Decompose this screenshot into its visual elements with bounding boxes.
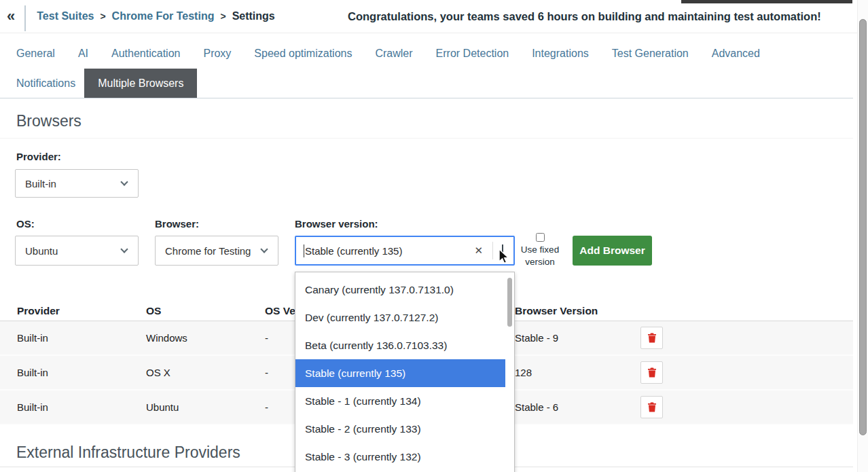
provider-label: Provider: [16, 151, 61, 162]
tab-general[interactable]: General [16, 48, 55, 60]
browser-version-dropdown: Canary (currently 137.0.7131.0) Dev (cur… [295, 272, 515, 472]
settings-tab-bar: General AI Authentication Proxy Speed op… [0, 33, 853, 98]
top-bar: « Test Suites > Chrome For Testing > Set… [0, 0, 857, 33]
mouse-cursor [498, 249, 512, 264]
breadcrumb-test-suites[interactable]: Test Suites [37, 10, 94, 22]
savings-banner: Congratulations, your teams saved 6 hour… [348, 10, 821, 23]
tab-speed-optimizations[interactable]: Speed optimizations [254, 48, 352, 60]
tab-integrations[interactable]: Integrations [532, 48, 589, 60]
cell-os: Ubuntu [146, 401, 265, 413]
os-select-value: Ubuntu [16, 245, 122, 257]
tab-proxy[interactable]: Proxy [203, 48, 231, 60]
tab-advanced[interactable]: Advanced [712, 48, 760, 60]
trash-icon [647, 367, 657, 378]
browser-version-input[interactable]: Stable (currently 135) [296, 244, 465, 257]
delete-browser-button[interactable] [640, 327, 663, 349]
clear-icon[interactable]: ✕ [465, 244, 492, 257]
browser-version-label: Browser version: [295, 218, 378, 230]
breadcrumb-separator: > [100, 11, 105, 22]
browser-label: Browser: [155, 218, 199, 230]
cell-browser-version: Stable - 9 [515, 332, 640, 344]
tab-multiple-browsers[interactable]: Multiple Browsers [84, 69, 197, 98]
breadcrumb-separator: > [220, 11, 225, 22]
use-fixed-version-checkbox[interactable] [536, 233, 545, 242]
tab-error-detection[interactable]: Error Detection [436, 48, 509, 60]
column-header-provider: Provider [17, 305, 146, 317]
breadcrumb-settings: Settings [232, 10, 275, 22]
chevron-down-icon [260, 245, 268, 253]
chevron-down-icon [120, 245, 128, 253]
cell-browser-version: 128 [515, 367, 640, 378]
breadcrumb-chrome-for-testing[interactable]: Chrome For Testing [112, 10, 215, 22]
cell-provider: Built-in [17, 332, 146, 344]
browser-select[interactable]: Chrome for Testing [155, 236, 278, 266]
section-divider [0, 138, 853, 139]
use-fixed-version-label: Use fixed version [519, 244, 561, 268]
delete-browser-button[interactable] [640, 396, 663, 418]
breadcrumb: Test Suites > Chrome For Testing > Setti… [37, 10, 275, 22]
column-header-browser-version: Browser Version [515, 305, 640, 317]
cell-browser-version: Stable - 6 [515, 401, 640, 413]
dropdown-option-stable[interactable]: Stable (currently 135) [295, 359, 505, 387]
provider-select[interactable]: Built-in [15, 169, 139, 198]
dropdown-option-stable-3[interactable]: Stable - 3 (currently 132) [295, 443, 514, 471]
external-providers-section-title: External Infrastructure Providers [16, 443, 240, 462]
browser-select-value: Chrome for Testing [156, 245, 261, 257]
cell-provider: Built-in [17, 401, 146, 413]
os-select[interactable]: Ubuntu [15, 236, 139, 266]
text-caret [304, 244, 304, 257]
browsers-section-title: Browsers [16, 112, 82, 130]
dropdown-option-stable-1[interactable]: Stable - 1 (currently 134) [295, 387, 514, 415]
column-header-os: OS [146, 305, 265, 317]
trash-icon [647, 401, 657, 413]
dropdown-option-dev[interactable]: Dev (currently 137.0.7127.2) [295, 304, 514, 331]
dropdown-option-stable-2[interactable]: Stable - 2 (currently 133) [295, 415, 514, 443]
scrollbar-thumb[interactable] [859, 19, 867, 435]
topbar-divider [24, 5, 26, 31]
tab-crawler[interactable]: Crawler [375, 48, 412, 60]
use-fixed-version-field: Use fixed version [519, 233, 561, 268]
tab-authentication[interactable]: Authentication [111, 48, 180, 60]
page-scrollbar[interactable] [857, 0, 868, 472]
cell-os: Windows [146, 332, 265, 344]
cell-provider: Built-in [17, 367, 146, 378]
tab-test-generation[interactable]: Test Generation [612, 48, 689, 60]
tab-row-1: General AI Authentication Proxy Speed op… [0, 39, 853, 69]
tab-row-2: Notifications Multiple Browsers [0, 69, 853, 98]
add-browser-button[interactable]: Add Browser [573, 236, 652, 266]
provider-select-value: Built-in [16, 178, 122, 189]
collapse-sidebar-icon[interactable]: « [7, 9, 15, 24]
trash-icon [647, 332, 657, 344]
delete-browser-button[interactable] [640, 361, 663, 384]
os-label: OS: [16, 218, 35, 230]
dropdown-option-beta[interactable]: Beta (currently 136.0.7103.33) [295, 331, 514, 359]
dropdown-option-canary[interactable]: Canary (currently 137.0.7131.0) [295, 276, 514, 304]
browser-version-combobox[interactable]: Stable (currently 135) ✕ [295, 236, 515, 266]
tab-ai[interactable]: AI [78, 48, 88, 60]
dropdown-scrollbar[interactable] [507, 278, 512, 327]
top-edge-artifact [681, 0, 852, 3]
tab-notifications[interactable]: Notifications [16, 77, 75, 90]
chevron-down-icon [120, 178, 128, 185]
cell-os: OS X [146, 367, 265, 378]
